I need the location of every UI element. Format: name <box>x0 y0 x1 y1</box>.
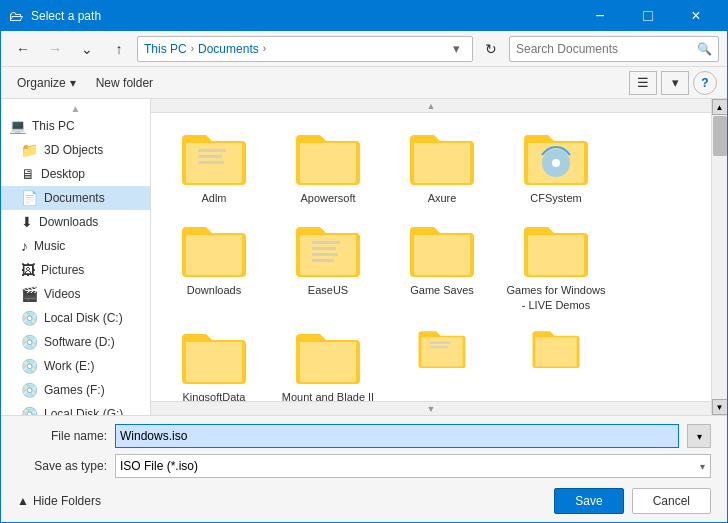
sidebar-item-games-f[interactable]: 💿 Games (F:) <box>1 378 150 402</box>
folder-name-easeus: EaseUS <box>308 283 348 297</box>
folder-easeus[interactable]: EaseUS <box>273 213 383 316</box>
hide-folders-button[interactable]: ▲ Hide Folders <box>17 494 101 508</box>
local-disk-c-icon: 💿 <box>21 310 38 326</box>
save-button[interactable]: Save <box>554 488 623 514</box>
help-button[interactable]: ? <box>693 71 717 95</box>
dialog-icon: 🗁 <box>9 8 23 24</box>
folder-name-adlm: Adlm <box>201 191 226 205</box>
search-input[interactable] <box>516 42 697 56</box>
downloads-icon: ⬇ <box>21 214 33 230</box>
sidebar-item-local-disk-g[interactable]: 💿 Local Disk (G:) <box>1 402 150 415</box>
recent-locations-button[interactable]: ⌄ <box>73 35 101 63</box>
back-button[interactable]: ← <box>9 35 37 63</box>
hide-folders-label: Hide Folders <box>33 494 101 508</box>
saveas-select[interactable]: ISO File (*.iso) <box>115 454 711 478</box>
folder-extra-1[interactable] <box>387 320 497 375</box>
scroll-up-arrow[interactable]: ▲ <box>712 99 728 115</box>
file-grid: Adlm Apowersoft Axure <box>151 113 711 401</box>
folder-axure[interactable]: Axure <box>387 121 497 209</box>
collapse-icon: ▲ <box>17 494 29 508</box>
folder-icon-adlm <box>178 125 250 189</box>
sidebar-item-documents[interactable]: 📄 Documents <box>1 186 150 210</box>
sidebar-item-local-disk-c[interactable]: 💿 Local Disk (C:) <box>1 306 150 330</box>
folder-name-cfsystem: CFSystem <box>530 191 581 205</box>
saveas-label: Save as type: <box>17 459 107 473</box>
view-dropdown-button[interactable]: ▾ <box>661 71 689 95</box>
view-mode-button[interactable]: ☰ <box>629 71 657 95</box>
svg-rect-1 <box>198 155 222 158</box>
scroll-thumb[interactable] <box>713 116 727 156</box>
search-icon: 🔍 <box>697 42 712 56</box>
folder-icon-extra-2 <box>520 324 592 371</box>
folder-apowersoft[interactable]: Apowersoft <box>273 121 383 209</box>
folder-games-for-windows[interactable]: Games for Windows - LIVE Demos <box>501 213 611 316</box>
folder-cfsystem[interactable]: CFSystem <box>501 121 611 209</box>
sidebar-item-pictures[interactable]: 🖼 Pictures <box>1 258 150 282</box>
organize-label: Organize <box>17 76 66 90</box>
sidebar-item-software-d[interactable]: 💿 Software (D:) <box>1 330 150 354</box>
folder-game-saves[interactable]: Game Saves <box>387 213 497 316</box>
main-scroll-up[interactable]: ▲ <box>427 101 436 111</box>
forward-button[interactable]: → <box>41 35 69 63</box>
music-icon: ♪ <box>21 238 28 254</box>
folder-icon-games-for-windows <box>520 217 592 281</box>
dialog: 🗁 Select a path − □ × ← → ⌄ ↑ This PC › … <box>0 0 728 523</box>
refresh-button[interactable]: ↻ <box>477 35 505 63</box>
music-label: Music <box>34 239 65 253</box>
svg-rect-0 <box>198 149 226 152</box>
folder-name-apowersoft: Apowersoft <box>300 191 355 205</box>
local-disk-g-icon: 💿 <box>21 406 38 415</box>
sidebar-item-desktop[interactable]: 🖥 Desktop <box>1 162 150 186</box>
folder-icon-game-saves <box>406 217 478 281</box>
cancel-button[interactable]: Cancel <box>632 488 711 514</box>
folder-mount-blade[interactable]: Mount and Blade II Bannerlord <box>273 320 383 401</box>
filename-input[interactable] <box>115 424 679 448</box>
content-area: ▲ 💻 This PC 📁 3D Objects 🖥 Desktop 📄 Doc… <box>1 99 727 415</box>
folder-icon-axure <box>406 125 478 189</box>
pictures-icon: 🖼 <box>21 262 35 278</box>
sidebar-item-this-pc[interactable]: 💻 This PC <box>1 114 150 138</box>
new-folder-button[interactable]: New folder <box>90 72 159 94</box>
sidebar-item-3d-objects[interactable]: 📁 3D Objects <box>1 138 150 162</box>
folder-downloads[interactable]: Downloads <box>159 213 269 316</box>
sidebar: ▲ 💻 This PC 📁 3D Objects 🖥 Desktop 📄 Doc… <box>1 99 151 415</box>
sidebar-item-music[interactable]: ♪ Music <box>1 234 150 258</box>
address-dropdown-button[interactable]: ▾ <box>446 36 466 62</box>
svg-rect-10 <box>430 346 448 348</box>
local-disk-g-label: Local Disk (G:) <box>44 407 123 415</box>
downloads-label: Downloads <box>39 215 98 229</box>
svg-rect-6 <box>312 247 336 250</box>
sidebar-item-downloads[interactable]: ⬇ Downloads <box>1 210 150 234</box>
breadcrumb-documents[interactable]: Documents <box>198 42 259 56</box>
folder-name-axure: Axure <box>428 191 457 205</box>
main-scroll-down[interactable]: ▼ <box>427 404 436 414</box>
folder-icon-apowersoft <box>292 125 364 189</box>
navigation-toolbar: ← → ⌄ ↑ This PC › Documents › ▾ ↻ 🔍 <box>1 31 727 67</box>
sidebar-item-videos[interactable]: 🎬 Videos <box>1 282 150 306</box>
breadcrumb-this-pc[interactable]: This PC <box>144 42 187 56</box>
maximize-button[interactable]: □ <box>625 1 671 31</box>
close-button[interactable]: × <box>673 1 719 31</box>
folder-extra-2[interactable] <box>501 320 611 375</box>
scroll-down-arrow[interactable]: ▼ <box>712 399 728 415</box>
3d-objects-icon: 📁 <box>21 142 38 158</box>
main-scrollbar: ▲ ▼ <box>711 99 727 415</box>
saveas-row: Save as type: ISO File (*.iso) <box>17 454 711 478</box>
organize-button[interactable]: Organize ▾ <box>11 72 82 94</box>
svg-point-4 <box>552 159 560 167</box>
bottom-area: File name: ▾ Save as type: ISO File (*.i… <box>1 415 727 522</box>
desktop-icon: 🖥 <box>21 166 35 182</box>
folder-kingsoftdata[interactable]: KingsoftData <box>159 320 269 401</box>
work-e-icon: 💿 <box>21 358 38 374</box>
up-button[interactable]: ↑ <box>105 35 133 63</box>
svg-rect-9 <box>430 342 451 344</box>
this-pc-label: This PC <box>32 119 75 133</box>
sidebar-item-work-e[interactable]: 💿 Work (E:) <box>1 354 150 378</box>
sidebar-scroll-up[interactable]: ▲ <box>1 103 150 114</box>
minimize-button[interactable]: − <box>577 1 623 31</box>
folder-icon-downloads <box>178 217 250 281</box>
filename-dropdown-button[interactable]: ▾ <box>687 424 711 448</box>
folder-adlm[interactable]: Adlm <box>159 121 269 209</box>
svg-rect-7 <box>312 253 338 256</box>
title-bar: 🗁 Select a path − □ × <box>1 1 727 31</box>
